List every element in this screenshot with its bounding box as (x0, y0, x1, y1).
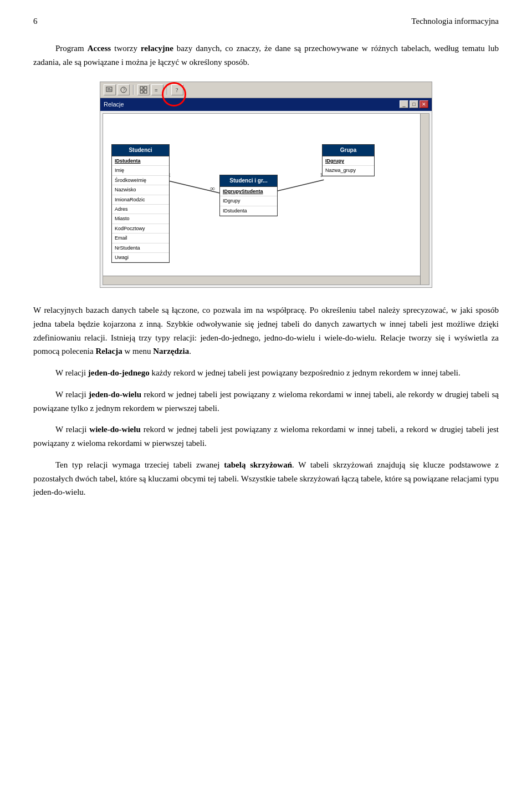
svg-text:∞: ∞ (210, 184, 215, 192)
field-idstudenta-junc: IDstudenta (220, 206, 277, 216)
field-kodpoczt: KodPocztowy (112, 224, 169, 234)
diagram-titlebar: Relacje _ □ ✕ (100, 98, 432, 111)
field-email: Email (112, 234, 169, 243)
toolbar-btn-4[interactable]: ≡ (151, 84, 163, 95)
bold-jeden-do-jednego: jeden-do-jednego (88, 368, 150, 377)
toolbar-btn-help[interactable]: ? (171, 84, 183, 95)
titlebar-minimize[interactable]: _ (400, 100, 408, 108)
toolbar-sep-2 (167, 85, 168, 95)
svg-rect-0 (106, 87, 112, 92)
paragraph-1: W relacyjnych bazach danych tabele są łą… (33, 303, 499, 358)
diagram-window-title: Relacje (104, 100, 124, 110)
diagram-toolbar: ? ≡ (100, 82, 432, 98)
bold-tabela-skrzyz: tabelą skrzyżowań (224, 460, 292, 469)
titlebar-maximize[interactable]: □ (410, 100, 418, 108)
diagram-box: ? ≡ (100, 82, 432, 288)
field-adres: Adres (112, 205, 169, 214)
svg-text:?: ? (176, 87, 178, 93)
svg-rect-6 (144, 87, 147, 89)
bold-relacja: Relacja (95, 347, 122, 356)
field-uwagi: Uwagi (112, 253, 169, 262)
table-studenci-gr-header: Studenci i gr... (220, 175, 277, 186)
table-studenci-gr-body: IDgrupyStudenta IDgrupy IDstudenta (220, 186, 277, 216)
toolbar-btn-2[interactable]: ? (117, 84, 130, 95)
page-title: Technologia informacyjna (411, 17, 499, 26)
bold-jeden-do-wielu: jeden-do-wielu (89, 390, 141, 399)
intro-bold-relacyjne: relacyjne (141, 44, 173, 53)
intro-text-program: Program (55, 44, 88, 53)
toolbar-btn-3[interactable] (137, 84, 150, 95)
svg-rect-2 (108, 89, 111, 90)
page: 6 Technologia informacyjna Program Acces… (0, 0, 532, 802)
svg-text:?: ? (123, 88, 125, 93)
bold-wiele-do-wielu: wiele-do-wielu (89, 425, 140, 434)
intro-bold-access: Access (88, 44, 111, 53)
paragraph-2: W relacji jeden-do-jednego każdy rekord … (33, 366, 499, 380)
field-idgrupy-junc: IDgrupy (220, 196, 277, 206)
field-idgrupystudenta: IDgrupyStudenta (220, 187, 277, 196)
table-studenci-header: Studenci (112, 145, 169, 156)
page-number: 6 (33, 17, 38, 26)
titlebar-controls: _ □ ✕ (400, 100, 428, 108)
diagram-scrollbar-bottom[interactable] (103, 276, 420, 285)
bold-narzedzia: Narzędzia (153, 347, 189, 356)
field-nazwisko: Nazwisko (112, 185, 169, 195)
diagram-container: ? ≡ (33, 82, 499, 288)
field-nazwa-grupy: Nazwa_grupy (323, 166, 374, 175)
table-studenci-gr: Studenci i gr... IDgrupyStudenta IDgrupy… (219, 175, 278, 216)
field-miasto: Miasto (112, 214, 169, 224)
intro-text-tworzy: tworzy (111, 44, 141, 53)
paragraph-3: W relacji jeden-do-wielu rekord w jednej… (33, 388, 499, 415)
field-nrstudenta: NrStudenta (112, 243, 169, 253)
table-grupa-header: Grupa (323, 145, 374, 156)
paragraph-5: Ten typ relacji wymaga trzeciej tabeli z… (33, 458, 499, 499)
toolbar-btn-1[interactable] (104, 84, 116, 95)
svg-rect-1 (108, 88, 110, 89)
svg-line-13 (164, 180, 222, 194)
content-area: Program Access tworzy relacyjne bazy dan… (33, 42, 499, 499)
titlebar-close[interactable]: ✕ (420, 100, 428, 108)
svg-rect-5 (140, 87, 143, 89)
paragraph-4: W relacji wiele-do-wielu rekord w jednej… (33, 423, 499, 450)
svg-rect-7 (140, 90, 143, 93)
table-grupa: Grupa IDgrupy Nazwa_grupy (322, 144, 375, 176)
field-imionarodz: ImionaRodzic (112, 195, 169, 205)
field-imie: Imię (112, 166, 169, 175)
intro-paragraph: Program Access tworzy relacyjne bazy dan… (33, 42, 499, 69)
svg-text:≡: ≡ (155, 87, 158, 93)
svg-rect-8 (144, 90, 147, 93)
diagram-scrollbar-right[interactable] (420, 114, 429, 285)
table-grupa-body: IDgrupy Nazwa_grupy (323, 156, 374, 176)
table-studenci: Studenci IDstudenta Imię ŚrodkoweImię Na… (111, 144, 170, 263)
field-idstudenta: IDstudenta (112, 156, 169, 166)
diagram-inner: 1 ∞ 1 ∞ Studenci IDstudent (103, 113, 429, 285)
table-studenci-body: IDstudenta Imię ŚrodkoweImię Nazwisko Im… (112, 156, 169, 262)
toolbar-sep-1 (133, 85, 134, 95)
field-idgrupy: IDgrupy (323, 156, 374, 166)
field-srodkowe: ŚrodkoweImię (112, 176, 169, 185)
page-header: 6 Technologia informacyjna (33, 17, 499, 26)
